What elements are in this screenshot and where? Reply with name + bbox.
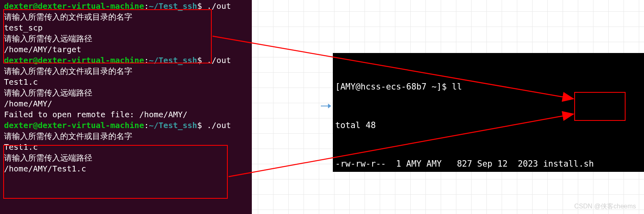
file-name: install.sh (543, 159, 593, 169)
prompt-path: ~/Test_ssh (149, 120, 197, 130)
output-line: Test1.c (4, 142, 250, 153)
prompt-dollar: $ (197, 120, 202, 130)
prompt-text: [AMY@hcss-ecs-68b7 ~]$ (335, 82, 447, 92)
output-line: /home/AMY/ (4, 98, 250, 109)
command-text: ./out (207, 1, 231, 11)
prompt-user: dexter@dexter-virtual-machine (4, 1, 144, 11)
output-line: Failed to open remote file: /home/AMY/ (4, 109, 250, 120)
output-line: 请输入所需传入远端路径 (4, 153, 250, 163)
prompt-path: ~/Test_ssh (149, 1, 197, 11)
watermark-text: CSDN @侠客cheems (574, 202, 636, 211)
output-line: 请输入所需传入的文件或目录的名字 (4, 12, 250, 22)
command-text: ./out (207, 120, 231, 130)
output-line: 请输入所需传入远端路径 (4, 33, 250, 44)
output-line: Test1.c (4, 77, 250, 88)
output-line: /home/AMY/Test1.c (4, 163, 250, 174)
terminal-left[interactable]: dexter@dexter-virtual-machine:~/Test_ssh… (0, 0, 252, 214)
prompt-dollar: $ (197, 55, 202, 65)
prompt-sep: : (144, 1, 149, 11)
prompt-user: dexter@dexter-virtual-machine (4, 120, 144, 130)
output-line: /home/AMY/target (4, 44, 250, 55)
prompt-dollar: $ (197, 1, 202, 11)
terminal-line: [AMY@hcss-ecs-68b7 ~]$ ll (335, 80, 642, 93)
list-item: -rw-rw-r-- 1 AMY AMY 25548 Apr 7 2017 my… (335, 170, 642, 172)
terminal-right[interactable]: [AMY@hcss-ecs-68b7 ~]$ ll total 48 -rw-r… (333, 53, 644, 172)
command-text: ll (452, 82, 462, 92)
output-line: 请输入所需传入远端路径 (4, 88, 250, 98)
terminal-line: dexter@dexter-virtual-machine:~/Test_ssh… (4, 1, 250, 12)
output-line: 请输入所需传入的文件或目录的名字 (4, 66, 250, 77)
prompt-user: dexter@dexter-virtual-machine (4, 55, 144, 65)
terminal-line: dexter@dexter-virtual-machine:~/Test_ssh… (4, 120, 250, 131)
output-line: total 48 (335, 119, 642, 132)
output-line: 请输入所需传入的文件或目录的名字 (4, 131, 250, 142)
command-text: ./out (207, 55, 231, 65)
terminal-line: dexter@dexter-virtual-machine:~/Test_ssh… (4, 55, 250, 66)
prompt-sep: : (144, 55, 149, 65)
prompt-sep: : (144, 120, 149, 130)
prompt-path: ~/Test_ssh (149, 55, 197, 65)
list-item: -rw-rw-r-- 1 AMY AMY 827 Sep 12 2023 ins… (335, 157, 642, 170)
output-line: test_scp (4, 22, 250, 33)
